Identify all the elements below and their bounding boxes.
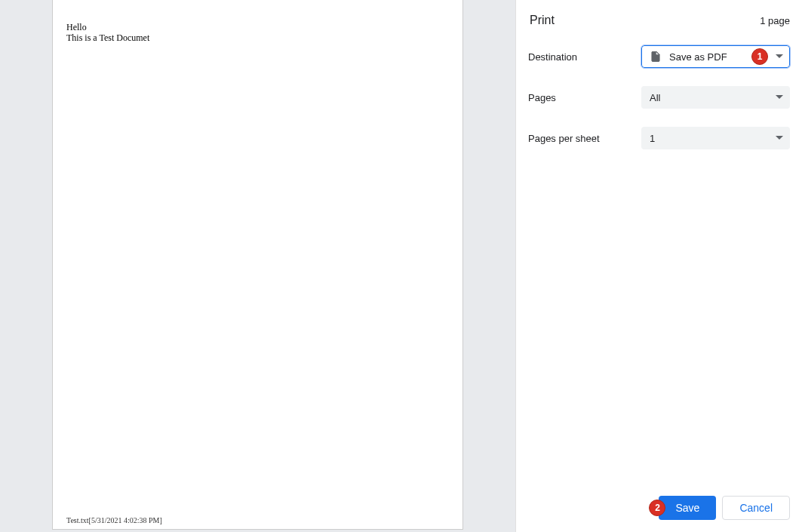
annotation-badge-1: 1 (751, 48, 768, 65)
preview-page: Hello This is a Test Documet Test.txt[5/… (52, 0, 463, 530)
pages-per-sheet-label: Pages per sheet (528, 133, 641, 144)
pages-row: Pages All (528, 86, 790, 109)
preview-footer: Test.txt[5/31/2021 4:02:38 PM] (66, 516, 162, 524)
print-settings-sidebar: Print 1 page Destination Save as PDF 1 P… (515, 0, 802, 532)
destination-label: Destination (528, 51, 641, 63)
chevron-down-icon (776, 54, 783, 59)
pages-per-sheet-dropdown[interactable]: 1 (641, 127, 790, 149)
pdf-file-icon (650, 51, 662, 63)
destination-row: Destination Save as PDF 1 (528, 45, 790, 68)
page-count: 1 page (760, 15, 790, 26)
preview-line-1: Hello (66, 23, 449, 33)
print-preview-area: Hello This is a Test Documet Test.txt[5/… (0, 0, 515, 532)
destination-dropdown[interactable]: Save as PDF 1 (641, 45, 790, 68)
preview-line-2: This is a Test Documet (66, 33, 449, 44)
pages-label: Pages (528, 92, 641, 103)
footer-buttons: 2 Save Cancel (528, 496, 790, 520)
chevron-down-icon (776, 136, 783, 140)
pages-value: All (650, 92, 776, 103)
sidebar-header: Print 1 page (528, 14, 790, 27)
cancel-button[interactable]: Cancel (722, 496, 790, 520)
save-button[interactable]: Save (659, 496, 716, 520)
chevron-down-icon (776, 95, 783, 100)
pages-dropdown[interactable]: All (641, 86, 790, 109)
pages-per-sheet-row: Pages per sheet 1 (528, 127, 790, 149)
sidebar-title: Print (530, 14, 555, 27)
pages-per-sheet-value: 1 (650, 133, 776, 144)
preview-content: Hello This is a Test Documet (66, 23, 449, 44)
annotation-badge-2: 2 (649, 500, 665, 516)
